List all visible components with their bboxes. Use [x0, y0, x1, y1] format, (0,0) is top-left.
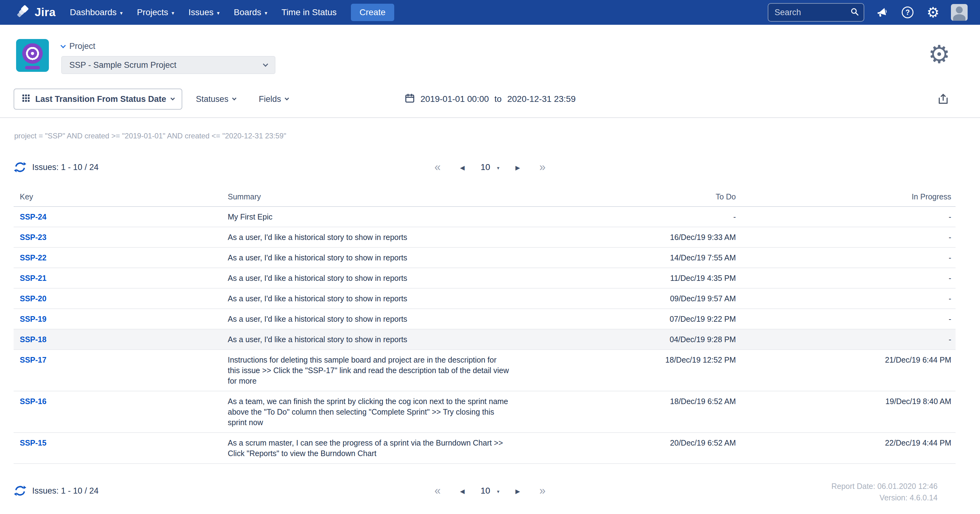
todo-date: 07/Dec/19 9:22 PM — [536, 309, 736, 329]
export-icon[interactable] — [937, 93, 949, 105]
report-settings-gear-icon[interactable]: ⚙ — [928, 42, 950, 67]
nav-item-label: Boards — [234, 8, 261, 18]
column-header-todo[interactable]: To Do — [536, 185, 736, 206]
calendar-icon — [404, 93, 415, 105]
page-size-value: 10 — [480, 486, 490, 496]
column-header-inprogress[interactable]: In Progress — [736, 185, 956, 206]
project-label: Project — [69, 42, 95, 51]
nav-item-label: Time in Status — [282, 8, 337, 18]
pager: « ◂ 10 ▾ ▸ » — [429, 158, 551, 176]
nav-item-time-in-status[interactable]: Time in Status — [282, 8, 337, 18]
date-from[interactable]: 2019-01-01 00:00 — [420, 94, 489, 104]
todo-date: 20/Dec/19 6:52 AM — [536, 433, 736, 463]
project-header: Project SSP - Sample Scrum Project ⚙ — [0, 25, 980, 74]
filter-toolbar: Last Transition From Status Date Statuse… — [14, 88, 966, 110]
issues-left: Issues: 1 - 10 / 24 — [14, 484, 99, 497]
nav-right-cluster: ? ⚙ — [768, 3, 967, 22]
issue-key-link[interactable]: SSP-15 — [20, 439, 46, 447]
report-type-dropdown[interactable]: Last Transition From Status Date — [14, 89, 182, 110]
table-row: SSP-16As a team, we can finish the sprin… — [14, 391, 956, 433]
statuses-dropdown[interactable]: Statuses — [196, 94, 236, 104]
issues-left: Issues: 1 - 10 / 24 — [14, 161, 99, 174]
chevron-down-icon: ▾ — [217, 11, 220, 16]
issue-key-link[interactable]: SSP-18 — [20, 335, 46, 344]
search-icon[interactable] — [850, 7, 859, 18]
column-header-key[interactable]: Key — [14, 185, 224, 206]
issue-key-link[interactable]: SSP-22 — [20, 253, 46, 262]
chevron-down-icon: ▾ — [497, 165, 500, 171]
gear-icon[interactable]: ⚙ — [926, 5, 940, 20]
create-button[interactable]: Create — [351, 4, 394, 21]
first-page-button[interactable]: « — [429, 158, 446, 176]
date-range-picker[interactable]: 2019-01-01 00:00 to 2020-12-31 23:59 — [404, 93, 576, 105]
issues-count-label: Issues: 1 - 10 / 24 — [32, 486, 99, 496]
issue-summary: As a user, I'd like a historical story t… — [224, 247, 536, 268]
nav-item-boards[interactable]: Boards ▾ — [234, 8, 267, 18]
fields-label: Fields — [259, 94, 281, 104]
jira-logo[interactable]: Jira — [16, 5, 56, 20]
issue-key-link[interactable]: SSP-17 — [20, 356, 46, 364]
project-meta: Project SSP - Sample Scrum Project — [61, 39, 275, 74]
next-page-button[interactable]: ▸ — [509, 158, 526, 176]
user-avatar[interactable] — [951, 4, 967, 21]
inprogress-date: - — [736, 206, 956, 227]
report-footnote: Report Date: 06.01.2020 12:46 Version: 4… — [832, 480, 938, 503]
issues-table-body: SSP-24My First Epic--SSP-23As a user, I'… — [14, 206, 956, 463]
nav-item-issues[interactable]: Issues ▾ — [188, 8, 220, 18]
issue-summary: As a user, I'd like a historical story t… — [224, 288, 536, 309]
prev-page-button[interactable]: ◂ — [454, 158, 471, 176]
page-size-dropdown[interactable]: 10 ▾ — [480, 486, 500, 496]
refresh-icon[interactable] — [14, 484, 27, 497]
issues-pagination-bottom: Issues: 1 - 10 / 24 « ◂ 10 ▾ ▸ » Report … — [14, 481, 966, 500]
table-header-row: Key Summary To Do In Progress — [14, 185, 956, 206]
nav-item-label: Issues — [188, 8, 213, 18]
statuses-label: Statuses — [196, 94, 228, 104]
page-size-dropdown[interactable]: 10 ▾ — [480, 162, 500, 172]
search-box[interactable] — [768, 3, 864, 22]
issue-key-link[interactable]: SSP-20 — [20, 294, 46, 303]
todo-date: - — [536, 206, 736, 227]
inprogress-date: 19/Dec/19 8:40 AM — [736, 391, 956, 433]
project-select[interactable]: SSP - Sample Scrum Project — [61, 56, 275, 74]
last-page-button[interactable]: » — [534, 158, 551, 176]
feedback-megaphone-icon[interactable] — [875, 5, 889, 20]
nav-item-dashboards[interactable]: Dashboards ▾ — [70, 8, 123, 18]
issue-key-link[interactable]: SSP-21 — [20, 274, 46, 283]
toolbar-wrap: Last Transition From Status Date Statuse… — [0, 88, 980, 118]
issue-summary: Instructions for deleting this sample bo… — [224, 350, 536, 391]
date-to-word: to — [495, 94, 502, 104]
inprogress-date: - — [736, 227, 956, 247]
project-avatar — [16, 39, 49, 72]
todo-date: 16/Dec/19 9:33 AM — [536, 227, 736, 247]
issue-summary: As a user, I'd like a historical story t… — [224, 268, 536, 288]
jql-query-text: project = "SSP" AND created >= "2019-01-… — [14, 132, 980, 140]
table-row: SSP-21As a user, I'd like a historical s… — [14, 268, 956, 288]
issue-key-link[interactable]: SSP-24 — [20, 212, 46, 221]
last-page-button[interactable]: » — [534, 482, 551, 500]
table-row: SSP-23As a user, I'd like a historical s… — [14, 227, 956, 247]
search-input[interactable] — [775, 8, 850, 18]
page-size-value: 10 — [480, 162, 490, 172]
help-icon[interactable]: ? — [900, 5, 915, 20]
grid-icon — [22, 94, 30, 105]
issue-key-link[interactable]: SSP-23 — [20, 233, 46, 241]
nav-item-projects[interactable]: Projects ▾ — [137, 8, 174, 18]
issue-key-link[interactable]: SSP-16 — [20, 397, 46, 405]
todo-date: 09/Dec/19 9:57 AM — [536, 288, 736, 309]
date-to[interactable]: 2020-12-31 23:59 — [507, 94, 576, 104]
fields-dropdown[interactable]: Fields — [259, 94, 288, 104]
inprogress-date: - — [736, 329, 956, 350]
column-header-summary[interactable]: Summary — [224, 185, 536, 206]
nav-item-label: Projects — [137, 8, 168, 18]
table-row: SSP-18As a user, I'd like a historical s… — [14, 329, 956, 350]
issue-key-link[interactable]: SSP-19 — [20, 314, 46, 323]
next-page-button[interactable]: ▸ — [509, 482, 526, 500]
issues-count-label: Issues: 1 - 10 / 24 — [32, 163, 99, 172]
inprogress-date: - — [736, 268, 956, 288]
project-label-row[interactable]: Project — [61, 42, 275, 51]
issue-summary: As a team, we can finish the sprint by c… — [224, 391, 536, 433]
refresh-icon[interactable] — [14, 161, 27, 174]
prev-page-button[interactable]: ◂ — [454, 482, 471, 500]
first-page-button[interactable]: « — [429, 482, 446, 500]
jira-logo-icon — [16, 5, 30, 20]
